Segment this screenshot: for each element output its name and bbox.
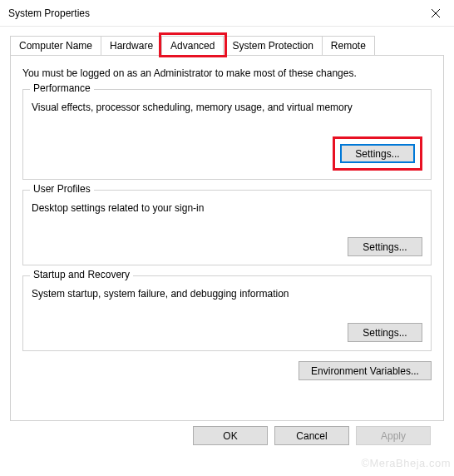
titlebar: System Properties — [0, 0, 454, 27]
close-icon — [432, 9, 440, 17]
close-button[interactable] — [417, 1, 454, 26]
group-startup-recovery: Startup and Recovery System startup, sys… — [22, 275, 432, 351]
group-performance-desc: Visual effects, processor scheduling, me… — [32, 102, 422, 113]
tabstrip: Computer Name Hardware Advanced System P… — [10, 35, 444, 55]
group-user-profiles-legend: User Profiles — [30, 183, 94, 195]
tabpanel-advanced: You must be logged on as an Administrato… — [10, 55, 444, 421]
environment-variables-button[interactable]: Environment Variables... — [299, 361, 432, 380]
highlight-performance-settings: Settings... — [333, 136, 422, 171]
performance-settings-button[interactable]: Settings... — [340, 144, 415, 163]
group-performance-legend: Performance — [30, 82, 94, 94]
ok-button[interactable]: OK — [193, 426, 268, 445]
user-profiles-settings-button[interactable]: Settings... — [348, 237, 422, 256]
tab-remote[interactable]: Remote — [323, 36, 375, 56]
window-title: System Properties — [8, 7, 90, 19]
dialog-button-row: OK Cancel Apply — [10, 421, 444, 445]
tab-advanced[interactable]: Advanced — [162, 36, 224, 56]
tab-system-protection[interactable]: System Protection — [224, 36, 322, 56]
watermark: ©MeraBheja.com — [361, 457, 451, 469]
system-properties-window: System Properties Computer Name Hardware… — [0, 0, 454, 476]
cancel-button[interactable]: Cancel — [274, 426, 349, 445]
startup-recovery-settings-button[interactable]: Settings... — [348, 323, 422, 342]
group-user-profiles-desc: Desktop settings related to your sign-in — [32, 202, 422, 214]
dialog-content: Computer Name Hardware Advanced System P… — [0, 27, 454, 454]
group-user-profiles: User Profiles Desktop settings related t… — [22, 190, 432, 265]
tab-computer-name[interactable]: Computer Name — [10, 36, 101, 56]
group-startup-recovery-legend: Startup and Recovery — [30, 269, 133, 280]
admin-note: You must be logged on as an Administrato… — [22, 67, 432, 79]
group-startup-recovery-desc: System startup, system failure, and debu… — [32, 288, 422, 300]
group-performance: Performance Visual effects, processor sc… — [22, 89, 432, 180]
apply-button[interactable]: Apply — [356, 426, 431, 445]
tab-hardware[interactable]: Hardware — [101, 36, 162, 56]
